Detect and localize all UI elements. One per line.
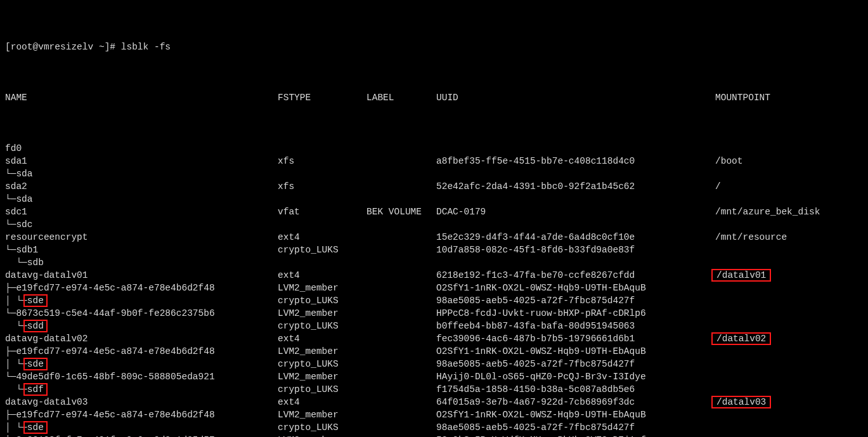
- device-name: └─49de5df0-1c65-48bf-809c-588805eda921: [5, 370, 278, 383]
- uuid: fec39096-4ac6-487b-b7b5-19796661d6b1: [436, 332, 715, 345]
- fstype: ext4: [278, 396, 366, 408]
- lsblk-row: datavg-datalv02ext4fec39096-4ac6-487b-b7…: [5, 332, 863, 345]
- fstype: ext4: [278, 332, 366, 345]
- lsblk-row: └─8673c519-c5e4-44af-9b0f-fe286c2375b6LV…: [5, 307, 863, 320]
- mountpoint: /datalv02: [715, 332, 767, 345]
- uuid: O2SfY1-1nRK-OX2L-0WSZ-Hqb9-U9TH-EbAquB: [436, 345, 715, 358]
- fstype: crypto_LUKS: [278, 320, 366, 332]
- device-name: datavg-datalv01: [5, 269, 278, 282]
- uuid: HPPcC8-fcdJ-Uvkt-ruow-bHXP-pRAf-cDRlp6: [436, 307, 715, 320]
- prompt-line: [root@vmresizelv ~]# lsblk -fs: [5, 41, 863, 53]
- fstype: xfs: [278, 180, 366, 193]
- uuid: DCAC-0179: [436, 205, 715, 218]
- lsblk-row: ├─e19fcd77-e974-4e5c-a874-e78e4b6d2f48LV…: [5, 408, 863, 421]
- lsblk-output: fd0sda1xfsa8fbef35-ff5e-4515-bb7e-c408c1…: [5, 142, 863, 437]
- fstype: crypto_LUKS: [278, 244, 366, 256]
- uuid: 52e42afc-2da4-4391-bbc0-92f2a1b45c62: [436, 180, 715, 193]
- fstype: LVM2_member: [278, 345, 366, 358]
- uuid: O2SfY1-1nRK-OX2L-0WSZ-Hqb9-U9TH-EbAquB: [436, 282, 715, 294]
- device-name: └─sdd: [5, 320, 278, 332]
- lsblk-row: └─sda: [5, 193, 863, 205]
- lsblk-row: sdc1vfatBEK VOLUMEDCAC-0179/mnt/azure_be…: [5, 205, 863, 218]
- device-name: fd0: [5, 142, 278, 155]
- device-name: └─sda: [5, 193, 278, 205]
- uuid: 98ae5085-aeb5-4025-a72f-7fbc875d427f: [436, 421, 715, 434]
- device-name: └─sdc: [5, 218, 278, 231]
- device-name: resourceencrypt: [5, 231, 278, 244]
- uuid: 98ae5085-aeb5-4025-a72f-7fbc875d427f: [436, 294, 715, 307]
- lsblk-row: └─sdc: [5, 218, 863, 231]
- fstype: vfat: [278, 205, 366, 218]
- device-name: │ └─sde: [5, 294, 278, 307]
- highlighted-device: sdf: [23, 383, 48, 396]
- highlighted-device: sde: [23, 358, 48, 370]
- highlighted-mountpoint: /datalv01: [711, 269, 771, 282]
- fstype: crypto_LUKS: [278, 421, 366, 434]
- fstype: LVM2_member: [278, 434, 366, 437]
- highlighted-device: sde: [23, 294, 48, 307]
- shell-prompt: [root@vmresizelv ~]# lsblk -fs: [5, 41, 171, 53]
- col-label: LABEL: [366, 91, 436, 104]
- highlighted-mountpoint: /datalv02: [711, 332, 771, 345]
- lsblk-row: └─sddcrypto_LUKSb0ffeeb4-bb87-43fa-bafa-…: [5, 320, 863, 332]
- mountpoint: /datalv01: [715, 269, 767, 282]
- device-name: └─8673c519-c5e4-44af-9b0f-fe286c2375b6: [5, 307, 278, 320]
- lsblk-row: fd0: [5, 142, 863, 155]
- device-name: ├─e19fcd77-e974-4e5c-a874-e78e4b6d2f48: [5, 345, 278, 358]
- fstype: ext4: [278, 231, 366, 244]
- uuid: HAyij0-DL0l-oS65-qHZ0-PcQJ-Br3v-I3Idye: [436, 370, 715, 383]
- fstype: LVM2_member: [278, 408, 366, 421]
- lsblk-row: └─8a33198f-fa7e-491f-a9c6-e9d0a1d25d57LV…: [5, 434, 863, 437]
- device-name: └─sdf: [5, 383, 278, 396]
- fstype: crypto_LUKS: [278, 358, 366, 370]
- device-name: sdc1: [5, 205, 278, 218]
- fstype: LVM2_member: [278, 370, 366, 383]
- device-name: sda2: [5, 180, 278, 193]
- mountpoint: /boot: [715, 155, 743, 167]
- col-mountpoint: MOUNTPOINT: [715, 91, 770, 104]
- mountpoint: /mnt/azure_bek_disk: [715, 205, 820, 218]
- mountpoint: /: [715, 180, 721, 193]
- uuid: b0ffeeb4-bb87-43fa-bafa-80d951945063: [436, 320, 715, 332]
- col-fstype: FSTYPE: [278, 91, 366, 104]
- device-name: │ └─sde: [5, 421, 278, 434]
- device-name: ├─e19fcd77-e974-4e5c-a874-e78e4b6d2f48: [5, 282, 278, 294]
- uuid: O2SfY1-1nRK-OX2L-0WSZ-Hqb9-U9TH-EbAquB: [436, 408, 715, 421]
- uuid: I3zQkS-5RnH-VdfK-MXwu-BhXk-8VZ3-DEj1sf: [436, 434, 715, 437]
- label: BEK VOLUME: [366, 205, 436, 218]
- highlighted-device: sde: [23, 421, 48, 434]
- lsblk-row: │ └─sdecrypto_LUKS98ae5085-aeb5-4025-a72…: [5, 421, 863, 434]
- terminal-window[interactable]: [root@vmresizelv ~]# lsblk -fs NAME FSTY…: [0, 0, 868, 437]
- device-name: datavg-datalv02: [5, 332, 278, 345]
- fstype: crypto_LUKS: [278, 383, 366, 396]
- fstype: xfs: [278, 155, 366, 167]
- lsblk-row: datavg-datalv01ext46218e192-f1c3-47fa-be…: [5, 269, 863, 282]
- lsblk-row: │ └─sdecrypto_LUKS98ae5085-aeb5-4025-a72…: [5, 358, 863, 370]
- device-name: datavg-datalv03: [5, 396, 278, 408]
- mountpoint: /datalv03: [715, 396, 767, 408]
- uuid: 98ae5085-aeb5-4025-a72f-7fbc875d427f: [436, 358, 715, 370]
- lsblk-header: NAME FSTYPE LABEL UUID MOUNTPOINT: [5, 91, 863, 104]
- lsblk-row: │ └─sdecrypto_LUKS98ae5085-aeb5-4025-a72…: [5, 294, 863, 307]
- highlighted-device: sdd: [23, 320, 48, 332]
- uuid: a8fbef35-ff5e-4515-bb7e-c408c118d4c0: [436, 155, 715, 167]
- highlighted-mountpoint: /datalv03: [711, 396, 771, 408]
- device-name: └─sda: [5, 167, 278, 180]
- lsblk-row: ├─e19fcd77-e974-4e5c-a874-e78e4b6d2f48LV…: [5, 282, 863, 294]
- uuid: f1754d5a-1858-4150-b38a-5c087a8db5e6: [436, 383, 715, 396]
- mountpoint: /mnt/resource: [715, 231, 787, 244]
- lsblk-row: sda1xfsa8fbef35-ff5e-4515-bb7e-c408c118d…: [5, 155, 863, 167]
- col-uuid: UUID: [436, 91, 715, 104]
- device-name: └─sdb1: [5, 244, 278, 256]
- lsblk-row: resourceencryptext415e2c329-d4f3-4f44-a7…: [5, 231, 863, 244]
- lsblk-row: └─sda: [5, 167, 863, 180]
- lsblk-row: └─sdb1crypto_LUKS10d7a858-082c-45f1-8fd6…: [5, 244, 863, 256]
- lsblk-row: └─sdfcrypto_LUKSf1754d5a-1858-4150-b38a-…: [5, 383, 863, 396]
- device-name: └─sdb: [5, 256, 278, 269]
- col-name: NAME: [5, 91, 278, 104]
- fstype: LVM2_member: [278, 307, 366, 320]
- fstype: ext4: [278, 269, 366, 282]
- fstype: LVM2_member: [278, 282, 366, 294]
- uuid: 10d7a858-082c-45f1-8fd6-b33fd9a0e83f: [436, 244, 715, 256]
- lsblk-row: datavg-datalv03ext464f015a9-3e7b-4a67-92…: [5, 396, 863, 408]
